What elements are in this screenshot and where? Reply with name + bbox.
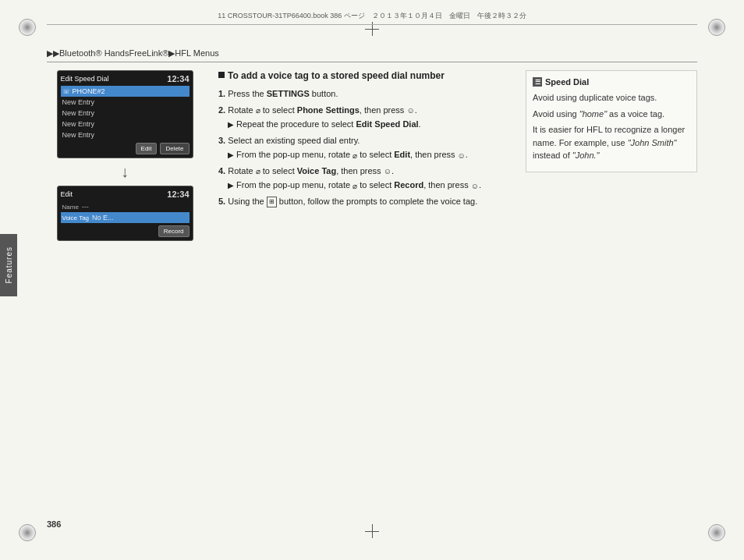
instruction-title: To add a voice tag to a stored speed dia… [218, 70, 510, 81]
screen2-time: 12:34 [167, 190, 189, 199]
smiley-icon-2: ☺ [406, 105, 414, 116]
note-content: Avoid using duplicate voice tags. Avoid … [533, 91, 690, 162]
screen1-row-label-0: PHONE#2 [73, 87, 105, 95]
step-4-sub: ▶ From the pop-up menu, rotate ⌀ to sele… [228, 179, 510, 192]
screen1-row-2: New Entry [61, 108, 190, 119]
step-2-sub-text: Repeat the procedure to select Edit Spee… [236, 118, 421, 131]
screen1-mockup: Edit Speed Dial 12:34 ☏ PHONE#2 New Entr… [57, 70, 193, 158]
screen2-record-btn: Record [158, 225, 190, 237]
rotate-icon-3: ⌀ [353, 150, 357, 161]
step-3-text: Select an existing speed dial entry. [228, 136, 360, 145]
screen2-title: Edit [61, 190, 73, 198]
screen2-voicetag-label: Voice Tag [62, 214, 90, 222]
step-1-num: 1. [218, 89, 225, 98]
instructions-column: To add a voice tag to a stored speed dia… [218, 70, 510, 513]
screen1-row-1: New Entry [61, 97, 190, 108]
screen1-row-label-3: New Entry [62, 120, 95, 128]
screen1-row-3: New Entry [61, 119, 190, 129]
screen2-mockup: Edit 12:34 Name --- Voice Tag No E... Re… [57, 186, 193, 241]
smiley-icon-4a: ☺ [384, 165, 391, 177]
note-column: ☰ Speed Dial Avoid using duplicate voice… [526, 70, 697, 513]
screen2-row-0: Name --- [61, 201, 190, 212]
page-number: 386 [47, 519, 61, 529]
note-line-1: Avoid using "home" as a voice tag. [533, 108, 690, 121]
step-4-sub-text: From the pop-up menu, rotate ⌀ to select… [236, 179, 481, 192]
print-info-text: 11 CROSSTOUR-31TP66400.book 386 ページ ２０１３… [218, 12, 526, 19]
features-side-tab: Features [0, 234, 17, 296]
screen1-time: 12:34 [167, 74, 189, 83]
rotate-icon-4b: ⌀ [353, 180, 357, 192]
step-5-num: 5. [218, 197, 225, 206]
hfl-button-icon: ⊞ [267, 197, 277, 207]
step-4-num: 4. [218, 166, 225, 175]
screen1-buttons: Edit Delete [61, 143, 190, 154]
reg-mark-bl [19, 524, 36, 541]
step-3-sub-text: From the pop-up menu, rotate ⌀ to select… [236, 148, 468, 161]
phone-icon-0: ☏ [62, 88, 70, 95]
down-arrow: ↓ [121, 163, 129, 181]
reg-mark-tr [708, 19, 725, 36]
screen2-header: Edit 12:34 [61, 190, 190, 199]
note-icon: ☰ [533, 77, 542, 87]
rotate-icon-4a: ⌀ [256, 165, 260, 177]
note-box: ☰ Speed Dial Avoid using duplicate voice… [526, 70, 697, 172]
screen1-row-label-1: New Entry [62, 98, 95, 106]
step-2: 2. Rotate ⌀ to select Phone Settings, th… [218, 104, 510, 131]
instruction-title-text: To add a voice tag to a stored speed dia… [228, 70, 445, 81]
breadcrumb: ▶▶Bluetooth® HandsFreeLink®▶HFL Menus [47, 48, 697, 62]
screen1-row-0: ☏ PHONE#2 [61, 86, 190, 97]
screen2-name-value: --- [82, 203, 89, 211]
step-3-sub: ▶ From the pop-up menu, rotate ⌀ to sele… [228, 148, 510, 161]
step-3-num: 3. [218, 136, 225, 145]
screen-mockups: Edit Speed Dial 12:34 ☏ PHONE#2 New Entr… [47, 70, 203, 513]
step-5-text: Using the ⊞ button, follow the prompts t… [228, 197, 477, 206]
arrow-4: ▶ [228, 179, 234, 191]
page-number-text: 386 [47, 519, 61, 529]
smiley-icon-3: ☺ [458, 150, 466, 161]
screen2-row-1: Voice Tag No E... [61, 212, 190, 223]
screen2-buttons: Record [61, 225, 190, 237]
screen1-title: Edit Speed Dial [61, 75, 109, 83]
smiley-icon-4b: ☺ [471, 180, 479, 192]
screen1-row-label-2: New Entry [62, 109, 95, 117]
step-3: 3. Select an existing speed dial entry. … [218, 134, 510, 161]
step-2-text: Rotate ⌀ to select Phone Settings, then … [228, 105, 416, 115]
screen1-edit-btn: Edit [136, 143, 158, 154]
screen1-row-label-4: New Entry [62, 131, 95, 139]
breadcrumb-text: ▶▶Bluetooth® HandsFreeLink®▶HFL Menus [47, 48, 219, 58]
note-title: ☰ Speed Dial [533, 77, 690, 87]
step-1-text: Press the SETTINGS button. [228, 89, 338, 98]
screen1-row-4: New Entry [61, 129, 190, 140]
arrow-3: ▶ [228, 149, 234, 161]
side-tab-label: Features [5, 246, 13, 283]
step-2-sub: ▶ Repeat the procedure to select Edit Sp… [228, 118, 510, 131]
note-line-2: It is easier for HFL to recognize a long… [533, 123, 690, 162]
screen2-voicetag-value: No E... [92, 214, 114, 222]
crosshair-bc [365, 524, 379, 538]
arrow-2: ▶ [228, 119, 234, 130]
screen1-header: Edit Speed Dial 12:34 [61, 74, 190, 83]
print-info-bar: 11 CROSSTOUR-31TP66400.book 386 ページ ２０１３… [47, 11, 697, 25]
step-5: 5. Using the ⊞ button, follow the prompt… [218, 195, 510, 208]
screen2-name-label: Name [62, 204, 79, 211]
title-bullet [218, 72, 225, 78]
reg-mark-tl [19, 19, 36, 36]
note-title-text: Speed Dial [545, 77, 589, 87]
reg-mark-br [708, 524, 725, 541]
step-2-num: 2. [218, 105, 225, 115]
step-4: 4. Rotate ⌀ to select Voice Tag, then pr… [218, 165, 510, 192]
step-4-text: Rotate ⌀ to select Voice Tag, then press… [228, 166, 394, 175]
rotate-icon-2: ⌀ [256, 105, 260, 116]
main-content: Edit Speed Dial 12:34 ☏ PHONE#2 New Entr… [47, 70, 697, 513]
steps-list: 1. Press the SETTINGS button. 2. Rotate … [218, 87, 510, 207]
step-1: 1. Press the SETTINGS button. [218, 87, 510, 101]
screen1-delete-btn: Delete [160, 143, 189, 154]
note-line-0: Avoid using duplicate voice tags. [533, 91, 690, 105]
